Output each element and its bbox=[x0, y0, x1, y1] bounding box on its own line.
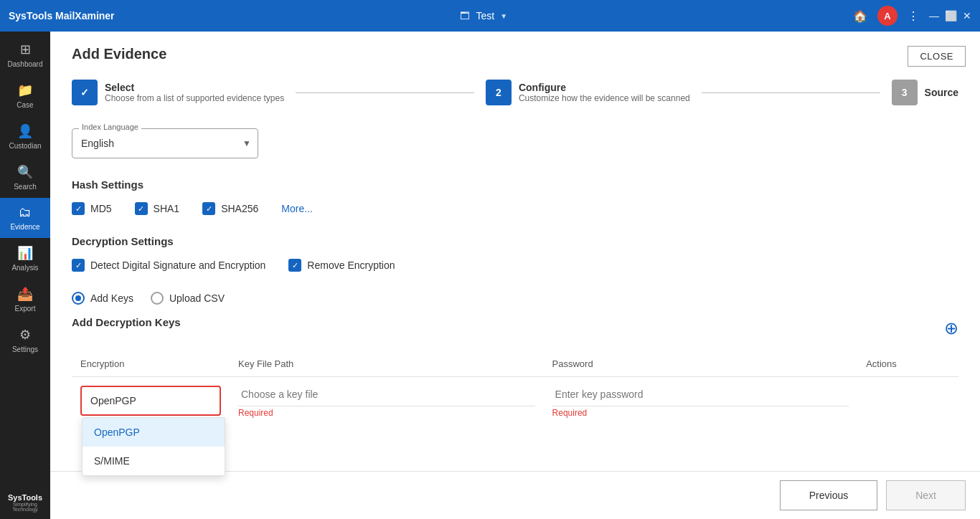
checkbox-sha1-box[interactable]: ✓ bbox=[135, 202, 148, 215]
titlebar-right: 🏠 A ⋮ — ⬜ ✕ bbox=[853, 6, 971, 26]
page-title: Add Evidence bbox=[72, 46, 958, 62]
password-cell: Required bbox=[544, 377, 858, 424]
checkbox-sha256[interactable]: ✓ SHA256 bbox=[202, 202, 258, 215]
dropdown-option-smime[interactable]: S/MIME bbox=[83, 447, 225, 475]
step-select-info: Select Choose from a list of supported e… bbox=[105, 82, 284, 103]
titlebar: SysTools MailXaminer 🗔 Test ▼ 🏠 A ⋮ — ⬜ … bbox=[0, 0, 980, 32]
index-language-label: Index Language bbox=[79, 123, 141, 131]
hash-settings-checkboxes: ✓ MD5 ✓ SHA1 ✓ SHA256 More... bbox=[72, 202, 958, 215]
wizard-steps: ✓ Select Choose from a list of supported… bbox=[72, 80, 958, 105]
actions-cell bbox=[857, 377, 958, 424]
key-file-required: Required bbox=[238, 408, 535, 418]
checkbox-remove-box[interactable]: ✓ bbox=[288, 259, 301, 272]
col-actions: Actions bbox=[857, 351, 958, 377]
add-key-button[interactable]: ⊕ bbox=[944, 318, 958, 338]
decryption-settings-heading: Decryption Settings bbox=[72, 235, 958, 247]
search-icon: 🔍 bbox=[17, 164, 33, 180]
decryption-checkboxes: ✓ Detect Digital Signature and Encryptio… bbox=[72, 259, 958, 272]
titlebar-center: 🗔 Test ▼ bbox=[122, 10, 846, 22]
encryption-dropdown-display[interactable]: OpenPGP bbox=[82, 387, 220, 414]
checkbox-detect-box[interactable]: ✓ bbox=[72, 259, 85, 272]
sidebar-item-search[interactable]: 🔍 Search bbox=[0, 157, 50, 198]
maximize-button[interactable]: ⬜ bbox=[945, 10, 957, 22]
bottom-navigation: Previous Next bbox=[50, 471, 980, 519]
previous-button[interactable]: Previous bbox=[780, 480, 877, 510]
more-menu-icon[interactable]: ⋮ bbox=[908, 9, 919, 23]
sidebar-item-export[interactable]: 📤 Export bbox=[0, 279, 50, 320]
sidebar-item-settings[interactable]: ⚙ Settings bbox=[0, 320, 50, 361]
col-encryption: Encryption bbox=[72, 351, 230, 377]
app-layout: ⊞ Dashboard 📁 Case 👤 Custodian 🔍 Search … bbox=[0, 32, 980, 519]
checkbox-remove-encryption[interactable]: ✓ Remove Encryption bbox=[288, 259, 395, 272]
wizard-connector-1 bbox=[296, 92, 474, 93]
password-required: Required bbox=[552, 408, 849, 418]
dashboard-icon: ⊞ bbox=[20, 42, 31, 57]
dropdown-option-openpgp[interactable]: OpenPGP bbox=[83, 418, 225, 447]
step-configure-circle: 2 bbox=[486, 80, 512, 105]
case-dropdown-icon[interactable]: ▼ bbox=[500, 12, 507, 20]
checkbox-md5[interactable]: ✓ MD5 bbox=[72, 202, 112, 215]
step-configure-desc: Customize how the evidence will be scann… bbox=[519, 93, 690, 103]
decryption-keys-heading: Add Decryption Keys bbox=[72, 316, 181, 328]
wizard-step-configure: 2 Configure Customize how the evidence w… bbox=[486, 80, 690, 105]
radio-add-keys-circle[interactable] bbox=[72, 292, 85, 305]
sidebar-item-custodian[interactable]: 👤 Custodian bbox=[0, 116, 50, 157]
wizard-step-select: ✓ Select Choose from a list of supported… bbox=[72, 80, 284, 105]
checkbox-md5-box[interactable]: ✓ bbox=[72, 202, 85, 215]
step-configure-name: Configure bbox=[519, 82, 690, 93]
sidebar-item-evidence[interactable]: 🗂 Evidence bbox=[0, 198, 50, 238]
wizard-connector-2 bbox=[702, 92, 880, 93]
window-controls: — ⬜ ✕ bbox=[929, 10, 971, 22]
radio-upload-csv-circle[interactable] bbox=[151, 292, 164, 305]
checkbox-sha1[interactable]: ✓ SHA1 bbox=[135, 202, 180, 215]
radio-add-keys[interactable]: Add Keys bbox=[72, 292, 133, 305]
password-input[interactable] bbox=[552, 383, 849, 406]
key-options: Add Keys Upload CSV bbox=[72, 292, 958, 305]
custodian-icon: 👤 bbox=[17, 123, 33, 139]
hash-settings-section: Hash Settings ✓ MD5 ✓ SHA1 ✓ bbox=[72, 178, 958, 215]
step-select-circle: ✓ bbox=[72, 80, 98, 105]
encryption-cell: OpenPGP OpenPGP S/MIME bbox=[72, 377, 230, 424]
table-row: OpenPGP OpenPGP S/MIME Required bbox=[72, 377, 958, 424]
wizard-step-source: 3 Source bbox=[892, 80, 958, 105]
close-button[interactable]: CLOSE bbox=[908, 46, 966, 67]
minimize-button[interactable]: — bbox=[929, 10, 939, 22]
add-decryption-keys-section: Add Decryption Keys ⊕ Encryption Key Fil… bbox=[72, 316, 958, 424]
step-select-name: Select bbox=[105, 82, 284, 93]
home-icon[interactable]: 🏠 bbox=[853, 9, 867, 23]
sidebar-item-dashboard[interactable]: ⊞ Dashboard bbox=[0, 34, 50, 75]
sidebar-item-analysis[interactable]: 📊 Analysis bbox=[0, 238, 50, 279]
hash-settings-heading: Hash Settings bbox=[72, 178, 958, 191]
sidebar-logo: SysTools Simplifying Technology bbox=[0, 486, 50, 519]
index-language-field: Index Language English French German Spa… bbox=[72, 128, 258, 158]
close-window-button[interactable]: ✕ bbox=[963, 10, 971, 22]
col-key-file-path: Key File Path bbox=[230, 351, 544, 377]
step-source-info: Source bbox=[925, 87, 958, 98]
decryption-settings-section: Decryption Settings ✓ Detect Digital Sig… bbox=[72, 235, 958, 272]
evidence-icon: 🗂 bbox=[19, 205, 32, 220]
step-source-circle: 3 bbox=[892, 80, 918, 105]
main-content: Add Evidence CLOSE ✓ Select Choose from … bbox=[50, 32, 980, 519]
export-icon: 📤 bbox=[17, 286, 33, 302]
key-file-path-input[interactable] bbox=[238, 383, 535, 406]
case-icon: 📁 bbox=[17, 82, 33, 98]
next-button: Next bbox=[886, 480, 966, 510]
checkbox-detect-signature[interactable]: ✓ Detect Digital Signature and Encryptio… bbox=[72, 259, 265, 272]
settings-icon: ⚙ bbox=[19, 327, 31, 343]
decryption-keys-table: Encryption Key File Path Password Action… bbox=[72, 351, 958, 424]
encryption-dropdown-popup: OpenPGP S/MIME bbox=[82, 417, 225, 476]
avatar[interactable]: A bbox=[877, 6, 897, 26]
radio-upload-csv[interactable]: Upload CSV bbox=[151, 292, 225, 305]
case-icon: 🗔 bbox=[460, 10, 470, 22]
step-configure-info: Configure Customize how the evidence wil… bbox=[519, 82, 690, 103]
checkbox-sha256-box[interactable]: ✓ bbox=[202, 202, 215, 215]
analysis-icon: 📊 bbox=[17, 245, 33, 261]
more-link[interactable]: More... bbox=[281, 203, 313, 214]
app-name: SysTools MailXaminer bbox=[9, 10, 115, 22]
key-file-path-cell: Required bbox=[230, 377, 544, 424]
sidebar-item-case[interactable]: 📁 Case bbox=[0, 75, 50, 116]
index-language-select[interactable]: English French German Spanish bbox=[72, 128, 258, 158]
case-name: Test bbox=[476, 10, 494, 22]
encryption-dropdown[interactable]: OpenPGP OpenPGP S/MIME bbox=[80, 386, 221, 416]
step-source-name: Source bbox=[925, 87, 958, 98]
